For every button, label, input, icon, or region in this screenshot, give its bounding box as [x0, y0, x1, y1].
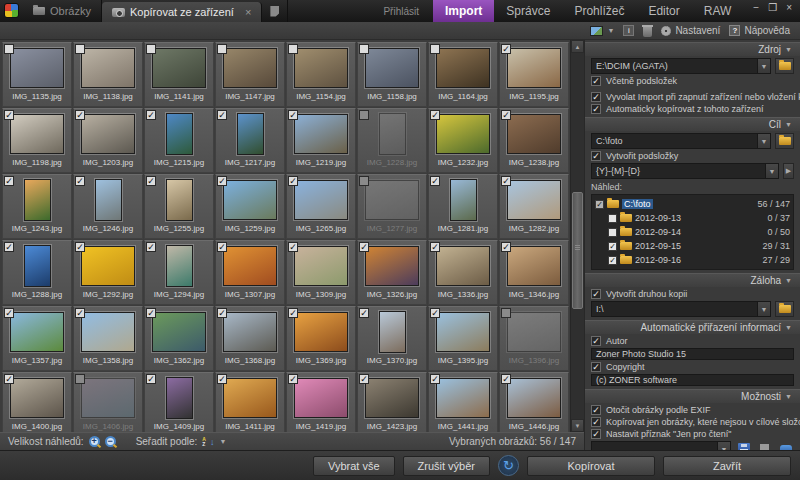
thumbnail-checkbox[interactable]: ✓	[75, 242, 85, 252]
tree-row[interactable]: ✓2012-09-1627 / 29	[595, 253, 790, 267]
browse-source-button[interactable]	[775, 58, 794, 74]
thumbnail-image[interactable]	[81, 246, 135, 286]
thumbnail-checkbox[interactable]: ✓	[430, 110, 440, 120]
thumbnail-image[interactable]	[436, 246, 490, 286]
thumbnail-checkbox[interactable]: ✓	[4, 110, 14, 120]
copy-only-new-checkbox[interactable]: ✓ Kopírovat jen obrázky, které nejsou v …	[591, 417, 794, 427]
thumbnail-checkbox[interactable]: ✓	[288, 110, 298, 120]
thumbnail-checkbox[interactable]: ✓	[501, 44, 511, 54]
thumbnail-image[interactable]	[436, 48, 490, 88]
second-copy-checkbox[interactable]: ✓ Vytvořit druhou kopii	[591, 289, 794, 299]
section-header-source[interactable]: Zdroj ▼	[585, 42, 800, 56]
thumbnail-cell[interactable]: ✓IMG_1246.jpg	[73, 174, 143, 239]
thumbnail-image[interactable]	[223, 180, 277, 220]
thumbnail-checkbox[interactable]: ✓	[288, 242, 298, 252]
thumbnail-image[interactable]	[223, 48, 277, 88]
thumbnail-cell[interactable]: ✓IMG_1370.jpg	[357, 306, 427, 371]
thumbnail-cell[interactable]: ✓IMG_1232.jpg	[428, 108, 498, 173]
thumbnail-checkbox[interactable]	[288, 44, 298, 54]
thumbnail-checkbox[interactable]	[501, 308, 511, 318]
combobox-arrow-icon[interactable]: ▼	[717, 442, 730, 450]
doc-tab-import-device[interactable]: Kopírovat ze zařízení ×	[102, 2, 262, 22]
scrollbar-thumb[interactable]	[572, 192, 583, 309]
thumbnail-image[interactable]	[10, 48, 64, 88]
thumbnail-checkbox[interactable]	[359, 176, 369, 186]
settings-button[interactable]: Nastavení	[661, 25, 720, 36]
thumbnail-cell[interactable]: IMG_1277.jpg	[357, 174, 427, 239]
clear-selection-button[interactable]: Zrušit výběr	[403, 456, 490, 476]
tree-checkbox[interactable]	[608, 228, 617, 237]
thumbnail-cell[interactable]: ✓IMG_1357.jpg	[2, 306, 72, 371]
thumbnail-image[interactable]	[294, 180, 348, 220]
browse-backup-button[interactable]	[775, 301, 794, 317]
thumbnail-cell[interactable]: ✓IMG_1409.jpg	[144, 372, 214, 432]
thumbnail-checkbox[interactable]: ✓	[4, 308, 14, 318]
thumbnail-image[interactable]	[379, 113, 406, 155]
profile-combobox[interactable]: ▼	[591, 441, 731, 450]
thumbnail-image[interactable]	[294, 312, 348, 352]
thumbnail-image[interactable]	[10, 378, 64, 418]
chevron-down-icon[interactable]: ▼	[219, 438, 226, 445]
thumbnail-image[interactable]	[365, 246, 419, 286]
thumbnail-checkbox[interactable]: ✓	[430, 176, 440, 186]
thumbnail-image[interactable]	[365, 378, 419, 418]
thumbnail-cell[interactable]: IMG_1396.jpg	[499, 306, 569, 371]
thumbnail-cell[interactable]: ✓IMG_1238.jpg	[499, 108, 569, 173]
combobox-arrow-icon[interactable]: ▼	[757, 134, 770, 148]
thumbnail-cell[interactable]: ✓IMG_1219.jpg	[286, 108, 356, 173]
tree-checkbox[interactable]: ✓	[608, 242, 617, 251]
thumbnail-cell[interactable]: ✓IMG_1358.jpg	[73, 306, 143, 371]
set-readonly-checkbox[interactable]: ✓ Nastavit příznak "Jen pro čtení"	[591, 429, 794, 439]
thumbnail-image[interactable]	[223, 246, 277, 286]
doc-tab-obrazky[interactable]: Obrázky	[23, 0, 102, 22]
thumbnail-image[interactable]	[294, 48, 348, 88]
thumbnail-checkbox[interactable]: ✓	[359, 242, 369, 252]
target-path-combobox[interactable]: C:\foto ▼	[591, 133, 771, 149]
thumbnail-cell[interactable]: ✓IMG_1411.jpg	[215, 372, 285, 432]
thumbnail-checkbox[interactable]	[430, 44, 440, 54]
copyright-checkbox[interactable]: ✓ Copyright	[591, 362, 794, 372]
thumbnail-image[interactable]	[24, 179, 51, 221]
thumbnail-cell[interactable]: ✓IMG_1281.jpg	[428, 174, 498, 239]
thumbnail-checkbox[interactable]: ✓	[217, 110, 227, 120]
thumbnail-cell[interactable]: ✓IMG_1203.jpg	[73, 108, 143, 173]
thumbnail-cell[interactable]: IMG_1138.jpg	[73, 42, 143, 107]
thumbnail-image[interactable]	[507, 48, 561, 88]
combobox-arrow-icon[interactable]: ▼	[757, 302, 770, 316]
rotate-exif-checkbox[interactable]: ✓ Otočit obrázky podle EXIF	[591, 405, 794, 415]
thumbnail-image[interactable]	[152, 312, 206, 352]
thumbnail-cell[interactable]: ✓IMG_1294.jpg	[144, 240, 214, 305]
zoom-out-icon[interactable]: −	[105, 436, 116, 447]
thumbnail-checkbox[interactable]: ✓	[288, 308, 298, 318]
sort-az-icon[interactable]: AZ	[202, 437, 206, 447]
thumbnail-checkbox[interactable]: ✓	[217, 176, 227, 186]
help-button[interactable]: ? Nápověda	[729, 25, 790, 36]
thumbnail-image[interactable]	[81, 114, 135, 154]
thumbnail-image[interactable]	[450, 179, 477, 221]
thumbnail-checkbox[interactable]: ✓	[4, 374, 14, 384]
copyright-field[interactable]: (c) ZONER software	[591, 374, 794, 386]
thumbnail-checkbox[interactable]: ✓	[146, 242, 156, 252]
thumbnail-image[interactable]	[507, 180, 561, 220]
thumbnail-cell[interactable]: ✓IMG_1368.jpg	[215, 306, 285, 371]
thumbnail-checkbox[interactable]: ✓	[359, 308, 369, 318]
tree-row[interactable]: ✓C:\foto56 / 147	[595, 197, 790, 211]
close-button[interactable]: Zavřít	[663, 456, 791, 476]
thumbnail-cell[interactable]: ✓IMG_1395.jpg	[428, 306, 498, 371]
thumbnail-cell[interactable]: IMG_1154.jpg	[286, 42, 356, 107]
tab-close-icon[interactable]: ×	[245, 6, 251, 18]
section-header-options[interactable]: Možnosti ▼	[585, 389, 800, 403]
thumbnail-cell[interactable]: ✓IMG_1198.jpg	[2, 108, 72, 173]
scrollbar-track[interactable]	[571, 53, 584, 419]
thumbnail-checkbox[interactable]: ✓	[75, 176, 85, 186]
thumbnail-image[interactable]	[294, 114, 348, 154]
module-tab-import[interactable]: Import	[433, 0, 494, 22]
thumbnail-checkbox[interactable]	[359, 110, 369, 120]
thumbnail-checkbox[interactable]: ✓	[430, 374, 440, 384]
module-tab-editor[interactable]: Editor	[636, 0, 691, 22]
thumbnail-cell[interactable]: IMG_1141.jpg	[144, 42, 214, 107]
thumbnail-image[interactable]	[81, 312, 135, 352]
thumbnail-cell[interactable]: ✓IMG_1400.jpg	[2, 372, 72, 432]
thumbnail-checkbox[interactable]: ✓	[146, 374, 156, 384]
thumbnail-image[interactable]	[507, 246, 561, 286]
